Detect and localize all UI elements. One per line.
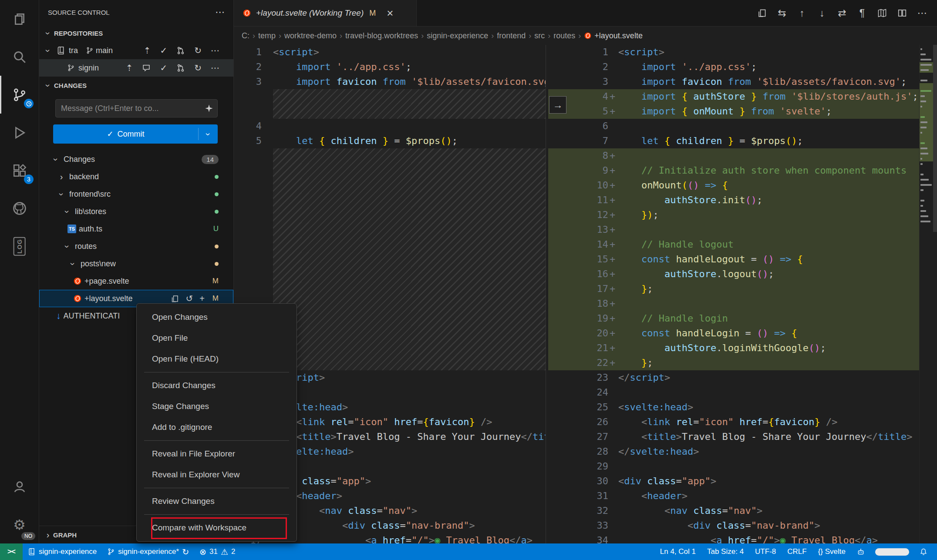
commit-button[interactable]: ✓ Commit › xyxy=(53,124,218,144)
code-line[interactable]: 1<script> xyxy=(234,45,546,60)
activity-extensions[interactable]: 3 xyxy=(0,151,39,189)
code-line[interactable]: 5 let { children } = $props(); xyxy=(234,134,546,148)
menu-item-discard-changes[interactable]: Discard Changes xyxy=(140,375,293,396)
repo-status-item[interactable]: signin-experience xyxy=(23,543,102,560)
copy-icon[interactable] xyxy=(753,4,771,22)
commit-dropdown-button[interactable]: › xyxy=(198,128,218,140)
menu-item-open-changes[interactable]: Open Changes xyxy=(140,307,293,328)
tree-item-lib-stores[interactable]: ›lib\stores xyxy=(39,203,233,220)
tree-item-posts-new[interactable]: ›posts\new xyxy=(39,255,233,272)
scrollbar-slider[interactable] xyxy=(933,45,937,232)
repo-signin[interactable]: signin⇡✓↻⋯ xyxy=(39,59,233,77)
breadcrumb-item-c[interactable]: C: xyxy=(242,31,249,40)
menu-item-add-to-gitignore[interactable]: Add to .gitignore xyxy=(140,417,293,438)
code-line[interactable]: 3 import favicon from '$lib/assets/favic… xyxy=(234,74,546,89)
activity-search[interactable] xyxy=(0,38,39,76)
split-editor-icon[interactable] xyxy=(893,4,911,22)
code-line[interactable]: 28</svelte:head> xyxy=(548,444,919,459)
breadcrumb-item-src[interactable]: src xyxy=(534,31,545,40)
code-line[interactable]: 26 <link rel="icon" href={favicon} /> xyxy=(548,415,919,429)
code-line[interactable]: 1<script> xyxy=(548,45,919,60)
commit-message-input[interactable] xyxy=(55,99,218,117)
compare-changes-icon[interactable]: ⇆ xyxy=(773,4,791,22)
tree-item-frontend-src[interactable]: ›frontend\src xyxy=(39,185,233,203)
eol-sequence[interactable]: CRLF xyxy=(782,543,812,560)
more-actions-icon[interactable]: ⋯ xyxy=(913,4,931,22)
indentation[interactable]: Tab Size: 4 xyxy=(702,543,749,560)
menu-item-reveal-in-explorer-view[interactable]: Reveal in Explorer View xyxy=(140,464,293,485)
code-line[interactable]: 30<div class="app"> xyxy=(548,474,919,489)
discard-icon[interactable]: ↺ xyxy=(185,294,193,303)
breadcrumb-item-signin-experience[interactable]: signin-experience xyxy=(427,31,488,40)
check-icon[interactable]: ✓ xyxy=(160,46,167,55)
vertical-scrollbar[interactable] xyxy=(933,45,937,543)
breadcrumb-item-frontend[interactable]: frontend xyxy=(497,31,526,40)
tab-layout-svelte[interactable]: +layout.svelte (Working Tree) M × xyxy=(234,0,417,26)
code-line[interactable]: 7 let { children } = $props(); xyxy=(548,134,919,148)
commit-button-main[interactable]: ✓ Commit xyxy=(53,129,198,139)
code-line[interactable]: 14+ // Handle logout xyxy=(548,237,919,252)
code-line[interactable]: 16+ authStore.logout(); xyxy=(548,267,919,282)
encoding[interactable]: UTF-8 xyxy=(750,543,781,560)
upload-icon[interactable]: ⇡ xyxy=(144,46,151,55)
pr-icon[interactable] xyxy=(176,64,185,72)
breadcrumb-item-temp[interactable]: temp xyxy=(258,31,276,40)
breadcrumb-item-layout-svelte[interactable]: +layout.svelte xyxy=(584,31,643,40)
menu-item-compare-with-workspace[interactable]: Compare with Workspace xyxy=(140,517,293,538)
code-line[interactable]: 17+ }; xyxy=(548,282,919,296)
activity-explorer[interactable] xyxy=(0,0,39,38)
tree-item-backend[interactable]: ›backend xyxy=(39,168,233,185)
refresh-icon[interactable]: ↻ xyxy=(194,46,202,55)
code-line[interactable]: 27 <title>Travel Blog - Share Your Journ… xyxy=(548,429,919,444)
swap-sides-icon[interactable]: ⇄ xyxy=(833,4,851,22)
code-line[interactable]: 22+ }; xyxy=(548,355,919,370)
accessible-diff-icon[interactable] xyxy=(873,4,891,22)
code-line[interactable]: 19+ // Handle login xyxy=(548,311,919,326)
code-line[interactable]: 33 <div class="nav-brand"> xyxy=(548,518,919,533)
code-line[interactable]: 23</script> xyxy=(548,370,919,385)
code-line[interactable]: 34 <a href="/">◉ Travel Blog</a> xyxy=(548,533,919,543)
code-line[interactable]: 13+ xyxy=(548,222,919,237)
tree-item-auth-ts[interactable]: TSauth.tsU xyxy=(39,220,233,238)
breadcrumb-item-travel-blog-worktrees[interactable]: travel-blog.worktrees xyxy=(345,31,418,40)
activity-settings[interactable]: ⚙NO xyxy=(0,506,39,543)
openfile-icon[interactable] xyxy=(171,295,179,303)
code-line[interactable]: 25<svelte:head> xyxy=(548,400,919,415)
code-line[interactable]: 2 import '../app.css'; xyxy=(548,60,919,74)
code-line[interactable]: 8+ xyxy=(548,148,919,163)
activity-github[interactable] xyxy=(0,189,39,227)
check-icon[interactable]: ✓ xyxy=(160,64,167,72)
activity-run-and-debug[interactable] xyxy=(0,114,39,151)
activity-accounts[interactable] xyxy=(0,468,39,506)
code-line[interactable]: 12+ }); xyxy=(548,208,919,222)
notifications-item[interactable] xyxy=(914,543,933,560)
menu-item-reveal-in-file-explorer[interactable]: Reveal in File Explorer xyxy=(140,443,293,464)
diff-modified-editor[interactable]: 1<script>2 import '../app.css';3 import … xyxy=(548,45,919,543)
repositories-section-header[interactable]: › REPOSITORIES xyxy=(39,24,233,42)
code-line[interactable]: 11+ authStore.init(); xyxy=(548,193,919,208)
code-line[interactable]: 10+ onMount(() => { xyxy=(548,178,919,193)
comment-icon[interactable] xyxy=(142,64,151,72)
copilot-item[interactable] xyxy=(852,543,870,560)
code-line[interactable]: 9+ // Initialize auth store when compone… xyxy=(548,163,919,178)
code-line[interactable]: 6 xyxy=(548,119,919,134)
code-line[interactable]: 32 <nav class="nav"> xyxy=(548,503,919,518)
cursor-position[interactable]: Ln 4, Col 1 xyxy=(655,543,701,560)
code-line[interactable]: 20+ const handleLogin = () => { xyxy=(548,326,919,341)
remote-indicator[interactable]: >< xyxy=(0,543,23,560)
code-line[interactable]: 29 xyxy=(548,459,919,474)
sidebar-more-actions-icon[interactable]: ⋯ xyxy=(215,7,225,18)
code-line[interactable]: 15+ const handleLogout = () => { xyxy=(548,252,919,267)
language-mode[interactable]: {} Svelte xyxy=(813,543,851,560)
minimap[interactable] xyxy=(919,45,933,543)
activity-source-control[interactable] xyxy=(0,76,39,114)
code-line[interactable]: 21+ authStore.loginWithGoogle(); xyxy=(548,341,919,355)
repo-travel-blog[interactable]: ›tramain⇡✓↻⋯ xyxy=(39,42,233,59)
pr-icon[interactable] xyxy=(176,46,185,55)
branch-status-item[interactable]: signin-experience* ↻ xyxy=(102,543,194,560)
changes-section-header[interactable]: › CHANGES xyxy=(39,77,233,94)
revert-block-button[interactable]: → xyxy=(549,96,566,114)
menu-item-open-file[interactable]: Open File xyxy=(140,328,293,349)
refresh-icon[interactable]: ↻ xyxy=(194,64,202,72)
code-line[interactable]: 4 xyxy=(234,119,546,134)
